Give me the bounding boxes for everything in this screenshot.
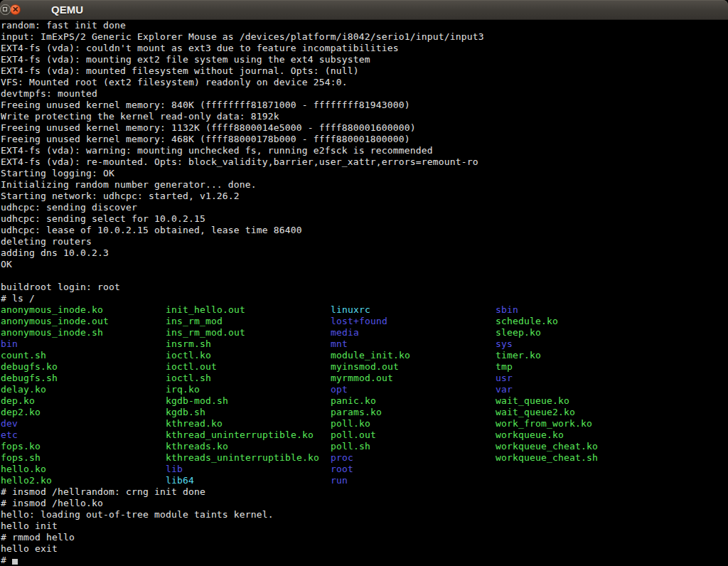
terminal-line: # insmod /hello.ko [1, 498, 728, 509]
terminal-screen[interactable]: random: fast init doneinput: ImExPS/2 Ge… [0, 20, 728, 566]
file-entry: ioctl.ko [166, 350, 331, 361]
file-entry: dep2.ko [1, 407, 166, 418]
terminal-line: input: ImExPS/2 Generic Explorer Mouse a… [1, 31, 728, 43]
file-entry: kthreads.ko [166, 441, 331, 452]
file-entry: run [331, 475, 348, 486]
ls-row: fops.shkthreads_uninterruptible.koprocwo… [1, 452, 728, 464]
file-entry: ins_rm_mod.out [166, 327, 331, 338]
terminal-line: Freeing unused kernel memory: 1132K (fff… [1, 122, 728, 134]
file-entry: myrmmod.out [331, 373, 496, 384]
ls-row: anonymous_inode.koinit_hello.outlinuxrcs… [1, 304, 728, 316]
file-entry: hello2.ko [1, 475, 166, 486]
file-entry: delay.ko [1, 384, 166, 395]
terminal-line: Initializing random number generator... … [1, 179, 728, 191]
terminal-line [1, 270, 728, 282]
file-entry: sys [496, 338, 513, 350]
terminal-line: udhcpc: lease of 10.0.2.15 obtained, lea… [1, 225, 728, 236]
ls-row: debugfs.koioctl.outmyinsmod.outtmp [1, 361, 728, 373]
file-entry: debugfs.ko [1, 361, 166, 373]
file-entry: anonymous_inode.ko [1, 304, 166, 316]
file-entry: var [496, 384, 513, 395]
file-entry: insrm.sh [166, 338, 331, 350]
file-entry: init_hello.out [166, 304, 331, 316]
qemu-window: ✕ QEMU random: fast init doneinput: ImEx… [0, 0, 728, 566]
terminal-line: deleting routers [1, 236, 728, 247]
ls-row: count.shioctl.komodule_init.kotimer.ko [1, 350, 728, 361]
file-entry: sleep.ko [496, 327, 541, 338]
file-entry: sbin [496, 304, 518, 316]
ls-row: debugfs.shioctl.shmyrmmod.outusr [1, 373, 728, 384]
file-entry: timer.ko [496, 350, 541, 361]
terminal-line: Starting network: udhcpc: started, v1.26… [1, 191, 728, 202]
file-entry: anonymous_inode.sh [1, 327, 166, 338]
terminal-line: hello: loading out-of-tree module taints… [1, 509, 728, 520]
file-entry: panic.ko [331, 395, 496, 407]
file-entry: linuxrc [331, 304, 496, 316]
file-entry: media [331, 327, 496, 338]
file-entry: schedule.ko [496, 316, 558, 327]
file-entry: anonymous_inode.out [1, 316, 166, 327]
command-log: # insmod /hellrandom: crng init done# in… [1, 486, 728, 555]
boot-log: random: fast init doneinput: ImExPS/2 Ge… [1, 20, 728, 304]
shell-prompt: # [1, 555, 12, 565]
terminal-line: # insmod /hellrandom: crng init done [1, 486, 728, 498]
close-button[interactable]: ✕ [10, 4, 21, 15]
terminal-line: devtmpfs: mounted [1, 88, 728, 100]
file-entry: poll.out [331, 429, 496, 441]
file-entry: poll.ko [331, 418, 496, 429]
maximize-icon [3, 7, 7, 11]
file-entry: hello.ko [1, 464, 166, 475]
file-entry: module_init.ko [331, 350, 496, 361]
file-entry: fops.sh [1, 452, 166, 464]
file-entry: dev [1, 418, 166, 429]
terminal-line: adding dns 10.0.2.3 [1, 247, 728, 259]
file-entry: dep.ko [1, 395, 166, 407]
terminal-line: EXT4-fs (vda): couldn't mount as ext3 du… [1, 43, 728, 54]
maximize-button[interactable] [0, 4, 11, 15]
terminal-line: buildroot login: root [1, 282, 728, 293]
terminal-line: EXT4-fs (vda): warning: mounting uncheck… [1, 145, 728, 156]
terminal-line: VFS: Mounted root (ext2 filesystem) read… [1, 77, 728, 88]
file-entry: wait_queue.ko [496, 395, 569, 407]
file-entry: debugfs.sh [1, 373, 166, 384]
file-entry: ins_rm_mod [166, 316, 331, 327]
window-title: QEMU [51, 0, 83, 19]
file-entry: workqueue_cheat.sh [496, 452, 598, 464]
titlebar[interactable]: ✕ QEMU [0, 0, 728, 20]
ls-row: anonymous_inode.outins_rm_modlost+founds… [1, 316, 728, 327]
terminal-line: Freeing unused kernel memory: 840K (ffff… [1, 100, 728, 111]
file-entry: proc [331, 452, 496, 464]
terminal-line: hello exit [1, 543, 728, 555]
terminal-line: OK [1, 259, 728, 270]
terminal-line: Write protecting the kernel read-only da… [1, 111, 728, 122]
terminal-line: udhcpc: sending select for 10.0.2.15 [1, 213, 728, 225]
file-entry: ioctl.sh [166, 373, 331, 384]
file-entry: kthread_uninterruptible.ko [166, 429, 331, 441]
ls-row: dep2.kokgdb.shparams.kowait_queue2.ko [1, 407, 728, 418]
file-entry: kthread.ko [166, 418, 331, 429]
file-entry: wait_queue2.ko [496, 407, 575, 418]
file-entry: tmp [496, 361, 513, 373]
ls-row: delay.koirq.kooptvar [1, 384, 728, 395]
cursor [12, 559, 18, 565]
file-entry: poll.sh [331, 441, 496, 452]
terminal-line: Starting logging: OK [1, 168, 728, 179]
file-entry: bin [1, 338, 166, 350]
file-entry: irq.ko [166, 384, 331, 395]
file-entry: myinsmod.out [331, 361, 496, 373]
file-entry: ioctl.out [166, 361, 331, 373]
ls-row: dep.kokgdb-mod.shpanic.kowait_queue.ko [1, 395, 728, 407]
ls-row: devkthread.kopoll.kowork_from_work.ko [1, 418, 728, 429]
file-entry: params.ko [331, 407, 496, 418]
terminal-line: EXT4-fs (vda): mounted filesystem withou… [1, 65, 728, 77]
file-entry: usr [496, 373, 513, 384]
ls-row: bininsrm.shmntsys [1, 338, 728, 350]
terminal-line: # rmmod hello [1, 532, 728, 543]
file-entry: lost+found [331, 316, 496, 327]
file-entry: opt [331, 384, 496, 395]
terminal-line: EXT4-fs (vda): re-mounted. Opts: block_v… [1, 156, 728, 168]
terminal-line: EXT4-fs (vda): mounting ext2 file system… [1, 54, 728, 65]
prompt-line: # [1, 555, 728, 566]
file-entry: lib [166, 464, 331, 475]
file-entry: workqueue_cheat.ko [496, 441, 598, 452]
